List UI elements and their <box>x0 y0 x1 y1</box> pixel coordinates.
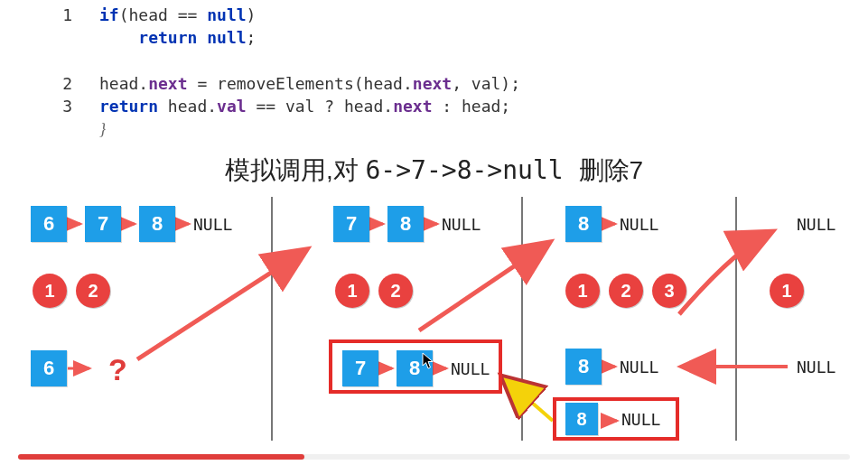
step-badge: 2 <box>378 274 413 308</box>
null-label: NULL <box>620 358 658 377</box>
step-badge: 1 <box>565 274 600 308</box>
node: 8 <box>565 206 602 242</box>
diagram-title: 模拟调用,对 6->7->8->null 删除7 <box>0 153 868 188</box>
arrows-svg <box>11 197 857 441</box>
cursor-icon <box>422 352 434 370</box>
null-label: NULL <box>621 410 660 429</box>
step-badge: 1 <box>335 274 369 308</box>
null-label: NULL <box>442 215 481 234</box>
null-label: NULL <box>620 215 658 234</box>
node: 8 <box>565 403 598 435</box>
null-label: NULL <box>451 359 490 378</box>
step-badge: 2 <box>609 274 643 308</box>
null-label: NULL <box>193 215 232 234</box>
node: 7 <box>333 206 369 242</box>
null-label: NULL <box>797 215 835 234</box>
node: 8 <box>139 206 175 242</box>
step-badge: 1 <box>33 274 67 308</box>
node: 8 <box>565 349 602 385</box>
node: 6 <box>31 350 67 386</box>
node: 7 <box>342 350 378 386</box>
node: 8 <box>387 206 424 242</box>
null-label: NULL <box>797 358 835 377</box>
recursion-diagram: 6 7 8 NULL 1 2 6 ? 7 8 NULL 1 2 7 8 NULL… <box>11 197 857 441</box>
video-progress-bar[interactable] <box>0 452 868 465</box>
svg-line-10 <box>503 377 553 421</box>
step-badge: 2 <box>76 274 110 308</box>
question-mark: ? <box>108 352 127 387</box>
svg-line-9 <box>419 244 547 330</box>
node: 7 <box>85 206 121 242</box>
node: 6 <box>31 206 67 242</box>
step-badge: 1 <box>770 274 804 308</box>
step-badge: 3 <box>652 274 686 308</box>
code-block: 1if(head == null) return null; 2head.nex… <box>18 4 868 141</box>
svg-line-4 <box>137 251 304 359</box>
